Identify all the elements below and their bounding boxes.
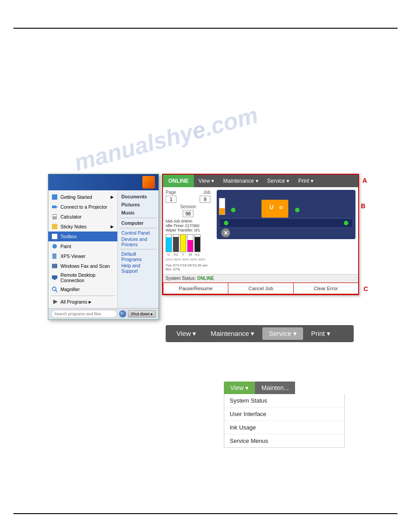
fax-icon	[51, 262, 58, 270]
start-menu-logo	[142, 176, 155, 189]
right-col-documents: Documents	[118, 193, 158, 200]
carriage-label-o: o	[279, 204, 283, 210]
menu-item-remote-desktop[interactable]: Remote Desktop Connection	[48, 271, 117, 284]
right-col-default-programs[interactable]: Default Programs	[118, 251, 158, 262]
dot-left	[231, 208, 235, 212]
service-menu[interactable]: Service ▾	[263, 176, 294, 186]
dropdown-tab-view[interactable]: View ▾	[224, 382, 255, 394]
menu-bar-view[interactable]: View ▾	[170, 327, 202, 340]
projector-icon	[51, 203, 58, 210]
start-menu: Getting Started ▶ Connect to a Projector…	[48, 174, 159, 320]
pause-resume-button[interactable]: Pause/Resume	[163, 283, 228, 294]
job-value: 9	[200, 196, 210, 203]
session-value: 98	[183, 210, 193, 217]
dropdown-section: View ▾ Mainten... System Status User Int…	[224, 382, 345, 448]
dropdown-option-service-menus[interactable]: Service Menus	[224, 434, 344, 447]
svg-point-12	[52, 287, 56, 291]
right-col-pictures: Pictures	[118, 201, 158, 208]
printer-main-area: Page Job 1 9 Session 98 Mid-Job 0/40m Id…	[163, 187, 358, 274]
menu-item-projector[interactable]: Connect to a Projector	[48, 202, 117, 212]
printer-buttons: Pause/Resume Cancel Job Clear Error C	[163, 282, 358, 294]
svg-rect-10	[52, 275, 57, 279]
start-menu-right-col: Documents Pictures Music Computer Contro…	[117, 190, 158, 308]
getting-started-icon	[51, 193, 58, 201]
page-value: 1	[166, 196, 176, 203]
xps-icon	[51, 253, 58, 260]
menu-item-paint[interactable]: Paint	[48, 241, 117, 251]
menu-item-fax-scan[interactable]: Windows Fax and Scan	[48, 261, 117, 271]
menu-bar-section: View ▾ Maintenance ▾ Service ▾ Print ▾	[166, 325, 354, 342]
mid-job-text: Mid-Job 0/40m	[166, 219, 210, 223]
ink-pct-row: 84% 86% 99% 69% 88%	[166, 257, 210, 262]
right-col-control-panel[interactable]: Control Panel	[118, 230, 158, 236]
svg-line-13	[56, 290, 57, 292]
dropdown-option-system-status[interactable]: System Status	[224, 394, 344, 408]
start-menu-header	[48, 174, 158, 190]
search-input[interactable]	[51, 310, 117, 318]
svg-rect-4	[53, 215, 56, 216]
svg-rect-3	[52, 214, 57, 219]
right-col-devices[interactable]: Devices and Printers	[118, 236, 158, 248]
idle-timer-text: Idle-Timer 217/360	[166, 223, 210, 228]
shutdown-button[interactable]: Shut down ▸	[128, 310, 156, 317]
sticky-notes-icon	[51, 223, 58, 230]
watermark: manualshye.com	[71, 101, 261, 176]
cancel-circle: ✕	[221, 228, 230, 237]
right-col-help[interactable]: Help and Support	[118, 262, 158, 274]
menu-bar-print[interactable]: Print ▾	[305, 327, 337, 340]
svg-rect-5	[52, 224, 57, 229]
toolbox-icon	[51, 233, 58, 240]
printer-visual: U o ✕ B	[217, 190, 355, 239]
cancel-job-button[interactable]: Cancel Job	[228, 283, 293, 294]
menu-item-all-programs[interactable]: All Programs ▶	[48, 297, 117, 306]
dropdown-option-user-interface[interactable]: User Interface	[224, 408, 344, 421]
right-divider3	[120, 249, 157, 249]
svg-rect-9	[52, 264, 57, 268]
printer-carriage	[261, 200, 288, 218]
label-a: A	[362, 176, 367, 184]
start-menu-bottom: 🔍 Shut down ▸	[48, 308, 158, 319]
right-divider2	[120, 228, 157, 228]
menu-item-calculator[interactable]: Calculator	[48, 212, 117, 222]
dropdown-header: View ▾ Mainten...	[224, 382, 345, 394]
ink-cartridge-small	[219, 198, 225, 215]
right-divider1	[120, 218, 157, 218]
printer-software-ui: ONLINE View ▾ Maintenance ▾ Service ▾ Pr…	[162, 174, 359, 295]
dropdown-tab-maintenance[interactable]: Mainten...	[255, 382, 295, 394]
printer-toolbar: ONLINE View ▾ Maintenance ▾ Service ▾ Pr…	[163, 175, 358, 187]
right-col-computer: Computer	[118, 219, 158, 227]
rh-text: RH: 47%	[166, 267, 210, 271]
search-icon: 🔍	[119, 310, 126, 317]
printer-status-bar: System Status: ONLINE	[163, 274, 358, 282]
svg-rect-8	[52, 253, 56, 259]
system-status-online: ONLINE	[197, 276, 214, 281]
online-button[interactable]: ONLINE	[163, 175, 194, 187]
menu-bar-service[interactable]: Service ▾	[262, 327, 303, 340]
menu-divider	[50, 296, 116, 296]
all-programs-arrow: ▶	[89, 300, 91, 304]
svg-marker-14	[53, 300, 58, 304]
dropdown-option-ink-usage[interactable]: Ink Usage	[224, 421, 344, 434]
print-menu[interactable]: Print ▾	[294, 176, 318, 186]
menu-item-xps-viewer[interactable]: XPS Viewer	[48, 251, 117, 261]
clear-error-button[interactable]: Clear Error	[293, 283, 358, 294]
bottom-rule	[13, 513, 398, 514]
menu-item-magnifier[interactable]: Magnifier	[48, 284, 117, 294]
menu-bar-maintenance[interactable]: Maintenance ▾	[204, 327, 261, 340]
menu-item-sticky-notes[interactable]: Sticky Notes ▶	[48, 222, 117, 232]
datetime-text: Tue 07/17/18 09:51:30 am	[166, 263, 210, 267]
svg-point-7	[52, 244, 57, 249]
carriage-label-u: U	[270, 204, 274, 210]
ink-bars: C K2 Y	[166, 234, 210, 257]
menu-item-getting-started[interactable]: Getting Started ▶	[48, 192, 117, 202]
svg-rect-6	[52, 234, 57, 239]
all-programs-icon	[52, 298, 59, 305]
wiper-transfer-text: Wiper Transfer: 0/1	[166, 228, 210, 232]
label-c: C	[364, 285, 368, 292]
svg-rect-1	[52, 206, 56, 208]
menu-item-toolbox[interactable]: Toolbox	[48, 232, 117, 241]
arrow-icon: ▶	[111, 195, 114, 199]
paint-icon	[51, 243, 58, 250]
maintenance-menu[interactable]: Maintenance ▾	[218, 176, 262, 186]
view-menu[interactable]: View ▾	[194, 176, 218, 186]
